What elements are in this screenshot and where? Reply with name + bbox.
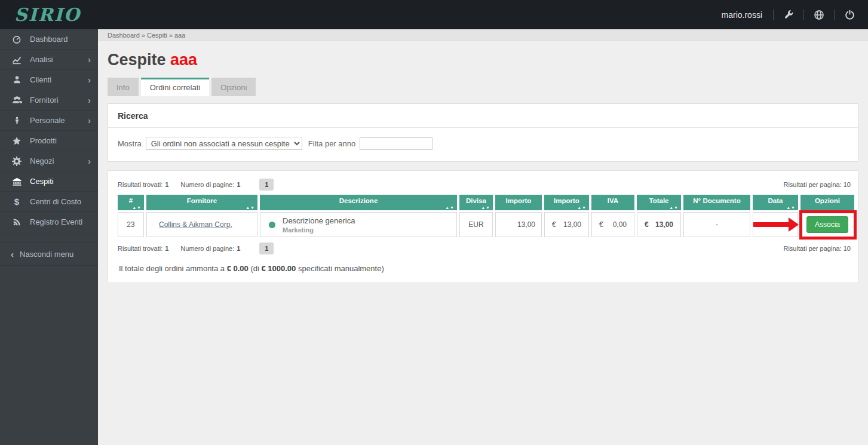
sort-icon[interactable]: ▲▼ xyxy=(445,205,455,210)
sort-icon[interactable]: ▲▼ xyxy=(577,205,587,210)
show-label: Mostra xyxy=(118,139,142,148)
col-header-iva[interactable]: IVA xyxy=(591,195,634,210)
sidebar-item-analisi[interactable]: Analisi › xyxy=(0,50,98,70)
col-header-label: Divisa xyxy=(466,197,486,204)
page-count-label: Numero di pagine: xyxy=(180,245,234,252)
users-group-icon xyxy=(11,96,23,105)
results-found-label: Risultati trovati: xyxy=(118,181,162,188)
pagination-bottom: Risultati trovati:1 Numero di pagine:1 1… xyxy=(118,243,852,254)
tab-ordini-correlati[interactable]: Ordini correlati xyxy=(141,78,210,96)
supplier-link[interactable]: Collins & Aikman Corp. xyxy=(151,220,232,229)
page-title-highlight: aaa xyxy=(170,51,197,69)
per-page-label: Risultati per pagina: xyxy=(783,245,841,252)
sidebar-item-prodotti[interactable]: Prodotti xyxy=(0,131,98,151)
associa-button[interactable]: Associa xyxy=(806,216,848,233)
col-header-importo-eur[interactable]: Importo▲▼ xyxy=(544,195,589,210)
sidebar-item-clienti[interactable]: Clienti › xyxy=(0,70,98,90)
username[interactable]: mario.rossi xyxy=(722,10,762,20)
year-filter-input[interactable] xyxy=(360,137,433,150)
col-header-id[interactable]: #▲▼ xyxy=(118,195,144,210)
sort-icon[interactable]: ▲▼ xyxy=(132,205,142,210)
page-1-button[interactable]: 1 xyxy=(259,243,274,254)
col-header-label: Descrizione xyxy=(339,197,378,204)
col-header-fornitore[interactable]: Fornitore▲▼ xyxy=(146,195,257,210)
col-header-label: N° Documento xyxy=(693,197,740,204)
cell-importo-divisa: 13,00 xyxy=(495,212,542,237)
currency-symbol: € xyxy=(552,220,556,229)
globe-icon[interactable] xyxy=(811,7,827,23)
sidebar-item-centri-di-costo[interactable]: $ Centri di Costo xyxy=(0,192,98,212)
dashboard-gauge-icon xyxy=(11,35,23,44)
page-count: Numero di pagine:1 xyxy=(180,181,240,188)
orders-table: #▲▼ Fornitore▲▼ Descrizione▲▼ Divisa▲▼ I… xyxy=(115,193,857,239)
currency-symbol: € xyxy=(645,220,649,229)
col-header-divisa[interactable]: Divisa▲▼ xyxy=(459,195,493,210)
main-content: Dashboard » Cespiti » aaa Cespite aaa In… xyxy=(98,29,868,445)
total-prefix: Il totale degli ordini ammonta a xyxy=(119,264,227,273)
cell-divisa: EUR xyxy=(459,212,493,237)
chevron-right-icon: › xyxy=(88,96,91,105)
col-header-documento[interactable]: N° Documento xyxy=(683,195,750,210)
chevron-right-icon: › xyxy=(88,55,91,64)
page-count: Numero di pagine:1 xyxy=(180,245,240,252)
col-header-label: Fornitore xyxy=(187,197,217,204)
cell-importo-eur: €13,00 xyxy=(544,212,589,237)
page-1-button[interactable]: 1 xyxy=(259,179,274,191)
star-icon xyxy=(11,136,23,146)
col-header-label: Totale xyxy=(649,197,668,204)
col-header-label: Importo xyxy=(554,197,579,204)
breadcrumb[interactable]: Dashboard » Cespiti » aaa xyxy=(98,29,868,41)
tab-opzioni[interactable]: Opzioni xyxy=(211,78,256,96)
col-header-totale[interactable]: Totale▲▼ xyxy=(637,195,681,210)
total-suffix: specificati manualmente) xyxy=(296,264,384,273)
per-page-info: Risultati per pagina: 10 xyxy=(783,181,852,188)
sort-icon[interactable]: ▲▼ xyxy=(786,205,796,210)
sidebar-item-label: Fornitori xyxy=(30,96,59,105)
search-panel-heading: Ricerca xyxy=(108,104,858,128)
sidebar-item-label: Clienti xyxy=(30,75,51,84)
results-found-value: 1 xyxy=(165,181,168,188)
sidebar-item-dashboard[interactable]: Dashboard xyxy=(0,29,98,50)
sidebar-item-label: Registro Eventi xyxy=(30,217,82,226)
cell-documento: - xyxy=(683,212,750,237)
sidebar-item-negozi[interactable]: Negozi › xyxy=(0,151,98,171)
search-panel-body: Mostra Gli ordini non associati a nessun… xyxy=(108,128,858,161)
power-icon[interactable] xyxy=(842,7,857,23)
hide-menu-button[interactable]: ‹ Nascondi menu xyxy=(0,242,98,266)
divider xyxy=(803,10,804,20)
sort-icon[interactable]: ▲▼ xyxy=(246,205,255,210)
sidebar-item-label: Cespiti xyxy=(30,177,54,186)
cell-id: 23 xyxy=(118,212,144,237)
description-title: Descrizione generica xyxy=(283,216,355,225)
description-category: Marketing xyxy=(283,226,355,234)
table-row: 23 Collins & Aikman Corp. Descrizione ge… xyxy=(118,212,854,237)
cell-descrizione: Descrizione generica Marketing xyxy=(260,212,457,237)
cell-opzioni: Associa xyxy=(800,212,854,237)
wrench-icon[interactable] xyxy=(781,7,796,23)
sidebar-item-label: Personale xyxy=(30,116,65,125)
page-count-value: 1 xyxy=(237,181,240,188)
page-title: Cespite aaa xyxy=(108,51,858,69)
sidebar-item-fornitori[interactable]: Fornitori › xyxy=(0,90,98,111)
col-header-descrizione[interactable]: Descrizione▲▼ xyxy=(260,195,457,210)
sort-icon[interactable]: ▲▼ xyxy=(669,205,679,210)
sidebar-item-registro-eventi[interactable]: Registro Eventi xyxy=(0,212,98,232)
table-header-row: #▲▼ Fornitore▲▼ Descrizione▲▼ Divisa▲▼ I… xyxy=(118,195,854,210)
total-value: € 0.00 xyxy=(227,264,249,273)
results-found-label: Risultati trovati: xyxy=(118,245,162,252)
per-page-value: 10 xyxy=(844,181,851,188)
sort-icon[interactable]: ▲▼ xyxy=(481,205,490,210)
tab-info[interactable]: Info xyxy=(108,78,139,96)
col-header-importo-divisa[interactable]: Importo xyxy=(495,195,542,210)
order-filter-select[interactable]: Gli ordini non associati a nessun cespit… xyxy=(146,137,302,150)
results-panel: Risultati trovati:1 Numero di pagine:1 1… xyxy=(108,170,858,283)
total-mid: (di xyxy=(249,264,262,273)
annotation-arrow-icon xyxy=(753,217,799,232)
sidebar-item-label: Centri di Costo xyxy=(30,197,81,206)
col-header-data[interactable]: Data▲▼ xyxy=(753,195,798,210)
total-manual-value: € 1000.00 xyxy=(261,264,296,273)
sidebar-item-personale[interactable]: Personale › xyxy=(0,111,98,131)
sidebar-item-cespiti[interactable]: Cespiti xyxy=(0,171,98,192)
description-text: Descrizione generica Marketing xyxy=(283,216,355,234)
col-header-label: Opzioni xyxy=(815,197,840,204)
